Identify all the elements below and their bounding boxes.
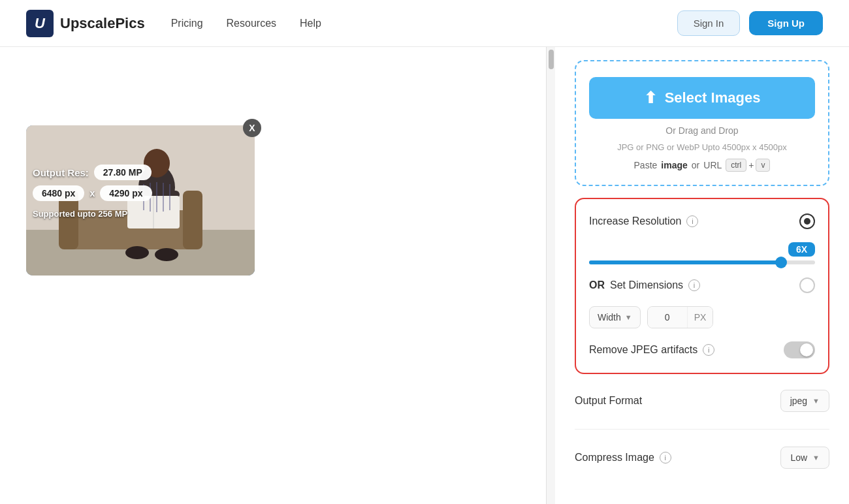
compress-image-row: Compress Image i Low ▼ <box>575 443 829 473</box>
paste-row: Paste image or URL ctrl + v <box>634 159 771 172</box>
compress-image-dropdown[interactable]: Low ▼ <box>780 447 829 469</box>
settings-panel: Increase Resolution i 6X <box>575 198 829 374</box>
kbd-v: v <box>756 159 770 172</box>
set-dimensions-radio[interactable] <box>799 277 815 293</box>
compress-image-value: Low <box>790 452 807 463</box>
svg-point-13 <box>155 248 178 261</box>
dimension-value-group: PX <box>647 306 714 328</box>
slider-value-badge: 6X <box>788 242 815 257</box>
keyboard-shortcut: ctrl + v <box>726 159 770 172</box>
dimension-type-label: Width <box>598 312 621 323</box>
output-format-label: Output Format <box>575 395 642 407</box>
right-panel: ⬆ Select Images Or Drag and Drop JPG or … <box>555 47 849 504</box>
remove-jpeg-info-icon[interactable]: i <box>703 344 714 356</box>
toggle-thumb <box>800 343 813 356</box>
nav-resources[interactable]: Resources <box>227 18 276 29</box>
slider-thumb[interactable] <box>775 257 787 268</box>
remove-jpeg-label: Remove JPEG artifacts <box>589 344 697 356</box>
height-badge: 4290 px <box>100 185 152 201</box>
output-format-label-group: Output Format <box>575 395 642 407</box>
remove-jpeg-toggle[interactable] <box>784 341 815 358</box>
slider-area: 6X <box>589 242 815 264</box>
supported-text: Supported upto 256 MP <box>33 209 127 219</box>
logo-area[interactable]: U UpscalePics <box>26 10 145 37</box>
image-bold: image <box>661 160 687 170</box>
remove-jpeg-row: Remove JPEG artifacts i <box>589 341 815 358</box>
set-dimensions-info-icon[interactable]: i <box>688 279 700 291</box>
increase-resolution-info-icon[interactable]: i <box>686 215 698 227</box>
set-dimensions-label-group: OR Set Dimensions i <box>589 279 700 291</box>
slider-fill <box>589 260 781 264</box>
increase-resolution-row: Increase Resolution i <box>589 213 815 229</box>
kbd-plus: + <box>748 160 754 170</box>
url-text: URL <box>703 160 722 170</box>
dimension-value-input[interactable] <box>648 307 687 328</box>
image-preview-card: X <box>26 125 255 276</box>
dimension-inputs: Width ▼ PX <box>589 306 815 328</box>
compress-image-label: Compress Image <box>575 452 654 464</box>
radio-inner-dot <box>804 218 810 225</box>
header-actions: Sign In Sign Up <box>677 10 823 36</box>
format-text: JPG or PNG or WebP Upto 4500px x 4500px <box>617 142 787 152</box>
left-panel: X <box>0 47 546 504</box>
x-separator: x <box>89 188 95 198</box>
or-text: OR <box>589 279 605 291</box>
compress-image-info-icon[interactable]: i <box>660 452 671 464</box>
upload-area[interactable]: ⬆ Select Images Or Drag and Drop JPG or … <box>575 60 829 186</box>
signup-button[interactable]: Sign Up <box>749 11 823 35</box>
dimension-unit-label: PX <box>687 307 713 328</box>
output-format-value: jpeg <box>790 396 807 406</box>
logo-icon: U <box>26 10 54 37</box>
divider-1 <box>575 429 829 430</box>
close-image-button[interactable]: X <box>243 119 261 137</box>
or-url-text: or <box>692 160 699 170</box>
nav-pricing[interactable]: Pricing <box>171 18 203 29</box>
set-dimensions-label: Set Dimensions <box>610 279 683 291</box>
svg-point-12 <box>125 246 149 259</box>
dimension-chevron-icon: ▼ <box>625 313 632 321</box>
mp-badge: 27.80 MP <box>94 165 152 180</box>
scrollbar[interactable] <box>546 47 555 504</box>
scrollbar-thumb[interactable] <box>549 50 554 69</box>
image-stats-overlay: Output Res: 27.80 MP 6480 px x 4290 px S… <box>33 165 152 219</box>
width-badge: 6480 px <box>33 185 84 201</box>
remove-jpeg-label-group: Remove JPEG artifacts i <box>589 344 714 356</box>
nav-help[interactable]: Help <box>300 18 321 29</box>
main-nav: Pricing Resources Help <box>171 18 321 29</box>
compress-chevron-icon: ▼ <box>812 454 820 462</box>
output-format-dropdown[interactable]: jpeg ▼ <box>780 390 829 412</box>
compress-image-label-group: Compress Image i <box>575 452 671 464</box>
output-res-label: Output Res: <box>33 167 89 178</box>
drag-drop-text: Or Drag and Drop <box>665 125 738 136</box>
output-format-row: Output Format jpeg ▼ <box>575 386 829 416</box>
set-dimensions-row: OR Set Dimensions i <box>589 277 815 293</box>
logo-text: UpscalePics <box>60 15 145 32</box>
kbd-ctrl: ctrl <box>726 159 746 172</box>
output-format-chevron-icon: ▼ <box>812 397 820 405</box>
upload-icon: ⬆ <box>644 89 657 107</box>
resolution-slider[interactable] <box>589 260 815 264</box>
dimension-type-select[interactable]: Width ▼ <box>589 306 641 328</box>
signin-button[interactable]: Sign In <box>677 10 741 36</box>
increase-resolution-label: Increase Resolution <box>589 215 681 227</box>
svg-rect-6 <box>183 191 202 249</box>
toggle-track[interactable] <box>784 341 815 358</box>
select-images-button[interactable]: ⬆ Select Images <box>589 77 815 119</box>
paste-text: Paste <box>634 160 658 170</box>
increase-resolution-radio[interactable] <box>799 213 815 229</box>
increase-resolution-label-group: Increase Resolution i <box>589 215 698 227</box>
